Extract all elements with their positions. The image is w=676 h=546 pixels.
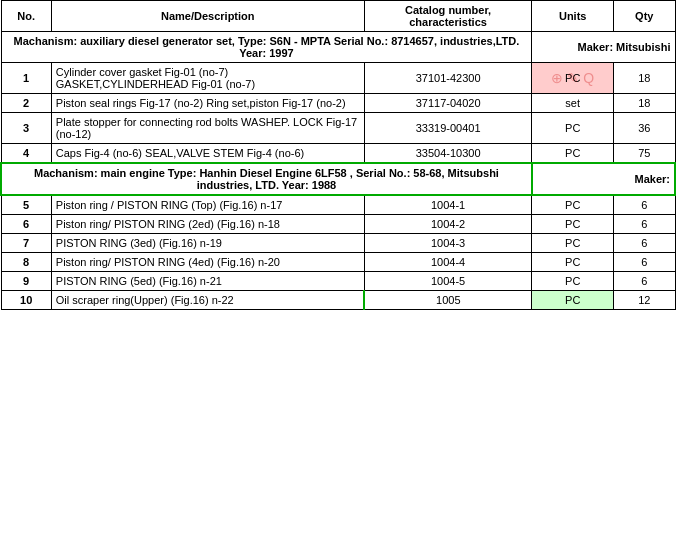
row-no: 7: [1, 234, 51, 253]
row-qty: 12: [614, 291, 676, 310]
row-qty: 6: [614, 272, 676, 291]
row-no: 4: [1, 144, 51, 164]
row-no: 6: [1, 215, 51, 234]
row-name: Plate stopper for connecting rod bolts W…: [51, 113, 364, 144]
header-units: Units: [532, 1, 614, 32]
header-qty: Qty: [614, 1, 676, 32]
row-qty: 6: [614, 195, 676, 215]
row-units: PC: [532, 272, 614, 291]
row-qty: 18: [614, 63, 676, 94]
row-name: Piston ring / PISTON RING (Top) (Fig.16)…: [51, 195, 364, 215]
row-units: PC: [532, 144, 614, 164]
table-row: 7 PISTON RING (3ed) (Fig.16) n-19 1004-3…: [1, 234, 675, 253]
row-catalog: 1005: [364, 291, 532, 310]
row-units: PC: [532, 234, 614, 253]
table-row: 9 PISTON RING (5ed) (Fig.16) n-21 1004-5…: [1, 272, 675, 291]
table-row: 3 Plate stopper for connecting rod bolts…: [1, 113, 675, 144]
row-units: PC: [532, 195, 614, 215]
row-catalog: 33319-00401: [364, 113, 532, 144]
row-qty: 6: [614, 215, 676, 234]
row-no: 5: [1, 195, 51, 215]
row-name: Caps Fig-4 (no-6) SEAL,VALVE STEM Fig-4 …: [51, 144, 364, 164]
header-no: No.: [1, 1, 51, 32]
row-name: Piston seal rings Fig-17 (no-2) Ring set…: [51, 94, 364, 113]
row-qty: 75: [614, 144, 676, 164]
row-catalog: 1004-3: [364, 234, 532, 253]
row-catalog: 1004-1: [364, 195, 532, 215]
row-catalog: 1004-4: [364, 253, 532, 272]
table-row: 6 Piston ring/ PISTON RING (2ed) (Fig.16…: [1, 215, 675, 234]
table-row: 2 Piston seal rings Fig-17 (no-2) Ring s…: [1, 94, 675, 113]
row-qty: 6: [614, 234, 676, 253]
header-name: Name/Description: [51, 1, 364, 32]
row-units: PC: [532, 291, 614, 310]
row-no: 3: [1, 113, 51, 144]
row-units: set: [532, 94, 614, 113]
row-name: Piston ring/ PISTON RING (4ed) (Fig.16) …: [51, 253, 364, 272]
parts-table: No. Name/Description Catalog number, cha…: [0, 0, 676, 310]
row-units: PC⊕ ✎ Q: [532, 63, 614, 94]
row-catalog: 33504-10300: [364, 144, 532, 164]
row-no: 10: [1, 291, 51, 310]
row-qty: 18: [614, 94, 676, 113]
machanism-row-2: Machanism: main engine Type: Hanhin Dies…: [1, 163, 675, 195]
row-catalog: 1004-2: [364, 215, 532, 234]
row-catalog: 1004-5: [364, 272, 532, 291]
table-row: 4 Caps Fig-4 (no-6) SEAL,VALVE STEM Fig-…: [1, 144, 675, 164]
table-row: 10 Oil scraper ring(Upper) (Fig.16) n-22…: [1, 291, 675, 310]
machanism-1-text: Machanism: auxiliary diesel generator se…: [1, 32, 532, 63]
row-no: 2: [1, 94, 51, 113]
row-no: 9: [1, 272, 51, 291]
row-qty: 36: [614, 113, 676, 144]
table-header: No. Name/Description Catalog number, cha…: [1, 1, 675, 32]
row-units: PC: [532, 215, 614, 234]
header-catalog: Catalog number, characteristics: [364, 1, 532, 32]
machanism-2-text: Machanism: main engine Type: Hanhin Dies…: [1, 163, 532, 195]
machanism-row-1: Machanism: auxiliary diesel generator se…: [1, 32, 675, 63]
row-catalog: 37117-04020: [364, 94, 532, 113]
table-row: 1 Cylinder cover gasket Fig-01 (no-7) GA…: [1, 63, 675, 94]
row-name: Oil scraper ring(Upper) (Fig.16) n-22: [51, 291, 364, 310]
row-units: PC: [532, 113, 614, 144]
row-catalog: 37101-42300: [364, 63, 532, 94]
row-qty: 6: [614, 253, 676, 272]
row-name: PISTON RING (3ed) (Fig.16) n-19: [51, 234, 364, 253]
row-name: Piston ring/ PISTON RING (2ed) (Fig.16) …: [51, 215, 364, 234]
row-name: Cylinder cover gasket Fig-01 (no-7) GASK…: [51, 63, 364, 94]
table-row: 5 Piston ring / PISTON RING (Top) (Fig.1…: [1, 195, 675, 215]
row-no: 1: [1, 63, 51, 94]
table-row: 8 Piston ring/ PISTON RING (4ed) (Fig.16…: [1, 253, 675, 272]
row-no: 8: [1, 253, 51, 272]
machanism-2-maker: Maker:: [532, 163, 675, 195]
machanism-1-maker: Maker: Mitsubishi: [532, 32, 675, 63]
row-name: PISTON RING (5ed) (Fig.16) n-21: [51, 272, 364, 291]
row-units: PC: [532, 253, 614, 272]
